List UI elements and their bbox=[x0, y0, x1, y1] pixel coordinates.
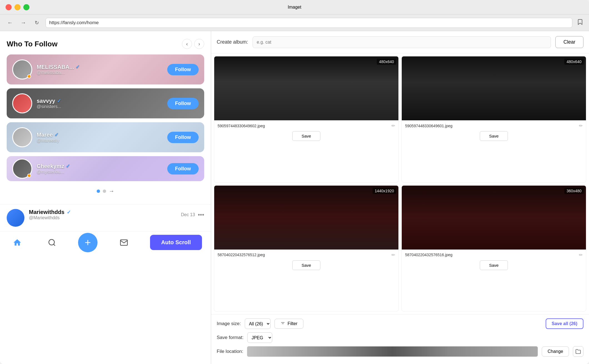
avatar-wrap bbox=[12, 59, 32, 79]
file-location-label: File location: bbox=[217, 349, 243, 354]
card-name: Cheekymz ✓ bbox=[37, 163, 163, 169]
image-card: 1440x1920 587040220432576512.jpeg ✏ Save bbox=[214, 185, 399, 312]
profile-card: MELISSABA... ✓ @melissaba... Follow bbox=[7, 54, 204, 84]
filter-label: Filter bbox=[288, 321, 298, 326]
avatar-status-dot bbox=[27, 74, 31, 78]
change-location-button[interactable]: Change bbox=[542, 346, 569, 356]
save-image-button-0[interactable]: Save bbox=[292, 131, 320, 141]
wtf-next-button[interactable]: › bbox=[194, 39, 204, 49]
search-nav-button[interactable] bbox=[44, 234, 60, 251]
card-content: Maree ✓ @Mareesly Follow bbox=[7, 122, 204, 152]
card-info: Cheekymz ✓ @mysteriou... bbox=[37, 163, 163, 174]
verified-icon: ✓ bbox=[57, 98, 61, 104]
url-input[interactable] bbox=[46, 18, 572, 28]
svg-line-1 bbox=[53, 244, 55, 245]
wtf-title: Who To Follow bbox=[7, 40, 58, 48]
image-grid: 480x640 590597448330649602.jpeg ✏ Save 4… bbox=[211, 53, 589, 314]
card-name: MELISSABA... ✓ bbox=[37, 64, 163, 70]
image-footer: 590597448330649601.jpeg ✏ bbox=[402, 120, 586, 131]
filter-button[interactable]: Filter bbox=[274, 319, 303, 329]
pagination-dot-2[interactable] bbox=[103, 190, 106, 193]
refresh-button[interactable]: ↻ bbox=[32, 18, 41, 27]
image-dimensions: 1440x1920 bbox=[373, 188, 396, 194]
edit-filename-icon[interactable]: ✏ bbox=[579, 123, 583, 128]
messages-nav-button[interactable] bbox=[116, 234, 132, 251]
profile-card: Cheekymz ✓ @mysteriou... Follow bbox=[7, 156, 204, 181]
home-nav-button[interactable] bbox=[9, 234, 26, 251]
post-preview: Mariewithdds ✓ @Mariewithdds Dec 13 ••• bbox=[0, 204, 211, 231]
image-footer: 590597448330649602.jpeg ✏ bbox=[214, 120, 398, 131]
follow-button-0[interactable]: Follow bbox=[167, 64, 199, 75]
clear-button[interactable]: Clear bbox=[555, 36, 583, 48]
image-dimensions: 480x640 bbox=[377, 59, 396, 65]
save-image-button-1[interactable]: Save bbox=[480, 131, 508, 141]
follow-button-3[interactable]: Follow bbox=[167, 163, 199, 174]
card-handle: @Mareesly bbox=[37, 138, 163, 143]
post-username: Mariewithdds ✓ bbox=[29, 209, 71, 215]
save-format-row: Save format: JPEG PNG WEBP bbox=[217, 332, 583, 343]
follow-button-1[interactable]: Follow bbox=[167, 98, 199, 109]
wtf-prev-button[interactable]: ‹ bbox=[182, 39, 192, 49]
avatar-wrap bbox=[12, 159, 32, 179]
image-dimensions: 480x640 bbox=[564, 59, 584, 65]
follow-button-2[interactable]: Follow bbox=[167, 132, 199, 143]
edit-filename-icon[interactable]: ✏ bbox=[391, 252, 395, 258]
post-header-row: Mariewithdds ✓ @Mariewithdds Dec 13 ••• bbox=[29, 209, 204, 220]
card-content: MELISSABA... ✓ @melissaba... Follow bbox=[7, 54, 204, 84]
wtf-nav: ‹ › bbox=[182, 39, 204, 49]
post-verified-icon: ✓ bbox=[67, 209, 71, 215]
traffic-lights bbox=[6, 4, 29, 10]
file-location-row: File location: Change bbox=[217, 346, 583, 357]
pagination-next-arrow[interactable]: → bbox=[109, 188, 114, 194]
image-thumbnail: 360x480 bbox=[402, 186, 586, 250]
card-info: MELISSABA... ✓ @melissaba... bbox=[37, 64, 163, 75]
browser-pane: Who To Follow ‹ › bbox=[0, 31, 211, 364]
album-label: Create album: bbox=[217, 39, 248, 45]
card-content: savvyy ✓ @sinisters... Follow bbox=[7, 88, 204, 118]
window-title: Imaget bbox=[288, 5, 301, 10]
image-card: 480x640 590597448330649602.jpeg ✏ Save bbox=[214, 56, 399, 183]
auto-scroll-button[interactable]: Auto Scroll bbox=[150, 235, 202, 250]
back-button[interactable]: ← bbox=[6, 18, 14, 27]
bottom-nav: Auto Scroll bbox=[0, 231, 211, 253]
post-avatar bbox=[7, 209, 24, 227]
forward-button[interactable]: → bbox=[19, 18, 28, 27]
image-size-row: Image size: All (26) Filter Save all (26… bbox=[217, 318, 583, 329]
save-image-button-3[interactable]: Save bbox=[480, 260, 508, 270]
verified-icon: ✓ bbox=[54, 132, 59, 138]
card-content: Cheekymz ✓ @mysteriou... Follow bbox=[7, 156, 204, 181]
addressbar: ← → ↻ bbox=[0, 14, 589, 31]
fullscreen-button[interactable] bbox=[23, 4, 29, 10]
album-input[interactable] bbox=[253, 36, 551, 48]
who-to-follow-section: Who To Follow ‹ › bbox=[0, 31, 211, 204]
post-options-button[interactable]: ••• bbox=[198, 211, 204, 218]
avatar bbox=[12, 127, 32, 147]
post-handle: @Mariewithdds bbox=[29, 215, 71, 220]
image-footer: 587040220432576516.jpeg ✏ bbox=[402, 250, 586, 260]
wtf-header: Who To Follow ‹ › bbox=[7, 39, 204, 49]
avatar-wrap bbox=[12, 93, 32, 113]
save-format-select[interactable]: JPEG PNG WEBP bbox=[247, 332, 272, 343]
avatar-status-dot bbox=[27, 174, 31, 178]
save-image-button-2[interactable]: Save bbox=[292, 260, 320, 270]
edit-filename-icon[interactable]: ✏ bbox=[579, 252, 583, 258]
album-bar: Create album: Clear bbox=[211, 31, 589, 53]
image-thumbnail: 480x640 bbox=[402, 56, 586, 120]
add-button[interactable] bbox=[78, 233, 98, 252]
bookmark-icon[interactable] bbox=[577, 19, 583, 27]
minimize-button[interactable] bbox=[14, 4, 21, 10]
image-card: 480x640 590597448330649601.jpeg ✏ Save bbox=[401, 56, 586, 183]
image-filename: 590597448330649602.jpeg bbox=[218, 124, 389, 128]
card-name: savvyy ✓ bbox=[37, 98, 163, 104]
card-name: Maree ✓ bbox=[37, 132, 163, 138]
right-panel: Create album: Clear 480x640 590597448330… bbox=[211, 31, 589, 364]
image-footer: 587040220432576512.jpeg ✏ bbox=[214, 250, 398, 260]
close-button[interactable] bbox=[6, 4, 12, 10]
image-size-select[interactable]: All (26) bbox=[245, 318, 271, 329]
open-folder-button[interactable] bbox=[573, 346, 583, 357]
edit-filename-icon[interactable]: ✏ bbox=[391, 123, 395, 128]
pagination-dot-1[interactable] bbox=[97, 190, 100, 193]
card-handle: @melissaba... bbox=[37, 70, 163, 75]
post-name-wrap: Mariewithdds ✓ @Mariewithdds bbox=[29, 209, 71, 220]
save-all-button[interactable]: Save all (26) bbox=[546, 318, 584, 329]
